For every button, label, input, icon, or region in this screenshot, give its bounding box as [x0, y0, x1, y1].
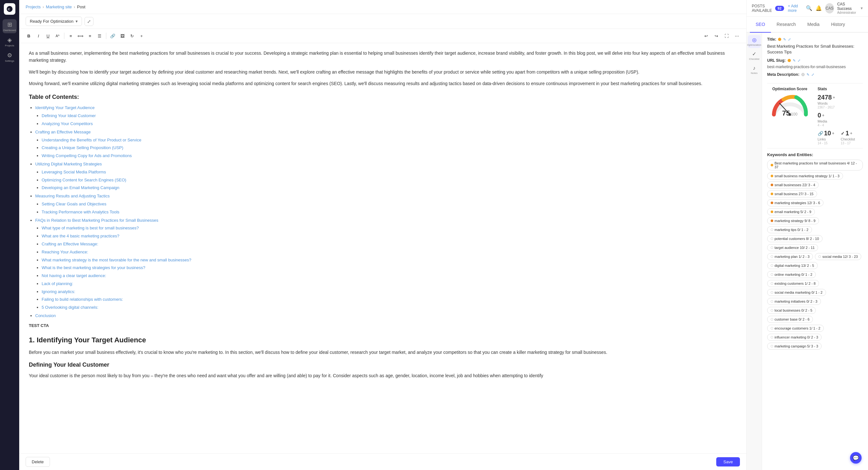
search-icon[interactable]: 🔍 [806, 5, 812, 11]
sidebar-item-projects[interactable]: ◈ Projects [3, 35, 17, 48]
toc-link-5-9[interactable]: Ignoring analytics: [42, 289, 75, 294]
toc-link-5-7[interactable]: Not having a clear target audience: [42, 273, 106, 278]
keyword-tag[interactable]: existing customers 1/ 2 - 8 [767, 280, 819, 287]
keyword-tag[interactable]: marketing strategy 9/ 8 - 9 [767, 217, 819, 224]
delete-button[interactable]: Delete [26, 457, 50, 467]
toc-link-5-11[interactable]: 5 Overlooking digital channels: [42, 305, 98, 310]
keyword-text: potential customers 8/ 2 - 10 [775, 237, 819, 241]
keyword-tag[interactable]: marketing initiatives 0/ 2 - 3 [767, 298, 821, 305]
image-button[interactable]: 🖼 [118, 31, 127, 40]
keyword-tag[interactable]: local businesses 0/ 2 - 5 [767, 307, 816, 314]
keyword-tag[interactable]: potential customers 8/ 2 - 10 [767, 235, 823, 242]
seo-notes-btn[interactable]: ♪ Notes [748, 63, 761, 76]
keyword-tag[interactable]: influencer marketing 0/ 2 - 3 [767, 334, 822, 341]
toc-link-6[interactable]: Conclusion [35, 313, 56, 318]
keyword-tag[interactable]: marketing strategies 12/ 3 - 6 [767, 199, 824, 206]
keyword-tag[interactable]: customer base 0/ 2 - 6 [767, 316, 813, 323]
keyword-tag[interactable]: small business marketing strategy 1/ 1 -… [767, 172, 843, 179]
title-edit-icon[interactable]: ✎ [783, 37, 786, 42]
toc-link-5-6[interactable]: What is the best marketing strategies fo… [42, 265, 145, 270]
breadcrumb-projects[interactable]: Projects [26, 4, 41, 9]
editor-content[interactable]: As a small business owner, implementing … [19, 43, 746, 454]
title-link-icon[interactable]: ⤢ [788, 37, 791, 42]
toc-link-5-5[interactable]: What marketing strategy is the most favo… [42, 258, 191, 262]
toc-link-3-1[interactable]: Leveraging Social Media Platforms [42, 170, 106, 174]
keyword-tag[interactable]: email marketing 5/ 2 - 9 [767, 208, 815, 215]
keyword-tag[interactable]: marketing plan 1/ 2 - 3 [767, 253, 813, 260]
keyword-tag[interactable]: target audience 10/ 2 - 11 [767, 244, 818, 251]
toc-link-2-1[interactable]: Understanding the Benefits of Your Produ… [42, 138, 141, 142]
tab-seo[interactable]: SEO [750, 16, 771, 33]
meta-edit-icon[interactable]: ✎ [807, 73, 809, 77]
checklist-plus: + [850, 131, 852, 136]
keyword-tag[interactable]: marketing tips 0/ 1 - 2 [767, 226, 812, 233]
url-slug-value: best-marketing-practices-for-small-busin… [767, 65, 863, 69]
fullscreen-button[interactable]: ⛶ [722, 31, 731, 40]
align-center-button[interactable]: ⟺ [76, 31, 85, 40]
link-button[interactable]: 🔗 [108, 31, 117, 40]
keyword-dot [771, 229, 773, 231]
keyword-tag[interactable]: small businesses 22/ 3 - 4 [767, 181, 819, 189]
external-link-button[interactable]: ⤢ [85, 17, 93, 26]
keyword-tag[interactable]: social media marketing 0/ 1 - 2 [767, 289, 826, 296]
toc-link-3-3[interactable]: Developing an Email Marketing Campaign [42, 185, 119, 190]
toc-link-3-2[interactable]: Optimizing Content for Search Engines (S… [42, 177, 126, 182]
more-button[interactable]: + [137, 31, 146, 40]
toc-link-4-1[interactable]: Setting Clear Goals and Objectives [42, 202, 106, 206]
toc-link-3[interactable]: Utilizing Digital Marketing Strategies [35, 162, 102, 166]
toc-link-1-2[interactable]: Analyzing Your Competitors [42, 121, 93, 126]
align-right-button[interactable]: ≡ [86, 31, 94, 40]
align-left-button[interactable]: ≡ [66, 31, 75, 40]
keyword-text: customer base 0/ 2 - 6 [775, 317, 809, 321]
chat-bubble[interactable]: 💬 [850, 452, 862, 464]
keyword-tag[interactable]: social media 12/ 3 - 23 [815, 253, 861, 260]
toc-link-2[interactable]: Crafting an Effective Message [35, 130, 91, 134]
toc-link-2-2[interactable]: Creating a Unique Selling Proposition (U… [42, 145, 123, 150]
text-size-button[interactable]: Aᴬ [53, 31, 62, 40]
toc-link-5-4[interactable]: Reaching Your Audience: [42, 249, 88, 254]
rotate-button[interactable]: ↻ [127, 31, 136, 40]
breadcrumb-marketing-site[interactable]: Marketing site [46, 4, 72, 9]
seo-optimization-btn[interactable]: ◎ Optimization [748, 35, 761, 48]
toc-link-4-2[interactable]: Tracking Performance with Analytics Tool… [42, 209, 119, 214]
toc-link-1[interactable]: Identifying Your Target Audience [35, 105, 95, 110]
sidebar-item-settings[interactable]: ⚙ Settings [3, 50, 17, 64]
keyword-text: local businesses 0/ 2 - 5 [775, 308, 812, 312]
keyword-tag[interactable]: encourage customers 1/ 1 - 2 [767, 325, 824, 332]
undo-button[interactable]: ↩ [702, 31, 711, 40]
keyword-tag[interactable]: online marketing 0/ 1 - 2 [767, 271, 816, 278]
url-link-icon[interactable]: ⤢ [798, 59, 801, 63]
toc-link-1-1[interactable]: Defining Your Ideal Customer [42, 113, 96, 118]
keyword-tag[interactable]: digital marketing 13/ 2 - 5 [767, 262, 818, 269]
tab-history[interactable]: History [826, 16, 851, 33]
options-button[interactable]: ⋯ [732, 31, 741, 40]
notes-icon: ♪ [753, 65, 755, 71]
toc-link-4[interactable]: Measuring Results and Adjusting Tactics [35, 194, 110, 198]
url-edit-icon[interactable]: ✎ [793, 59, 796, 63]
save-button[interactable]: Save [716, 457, 740, 467]
redo-button[interactable]: ↪ [712, 31, 721, 40]
seo-checklist-btn[interactable]: ✓ Checklist [748, 49, 761, 62]
toc-link-5-2[interactable]: What are the 4 basic marketing practices… [42, 234, 119, 238]
keyword-tag[interactable]: small business 27/ 3 - 15 [767, 190, 817, 197]
sidebar-item-dashboard[interactable]: ⊞ Dashboard [3, 19, 17, 33]
toc-link-5-3[interactable]: Crafting an Effective Message: [42, 241, 98, 246]
user-chevron-icon[interactable]: ▾ [861, 6, 863, 10]
notification-icon[interactable]: 🔔 [815, 5, 822, 11]
align-justify-button[interactable]: ☰ [95, 31, 104, 40]
toc-link-5-8[interactable]: Lack of planning: [42, 281, 73, 286]
keyword-tag[interactable]: Best marketing practices for small busin… [767, 160, 863, 171]
meta-link-icon[interactable]: ⤢ [811, 73, 814, 77]
tab-research[interactable]: Research [771, 16, 802, 33]
tab-media[interactable]: Media [802, 16, 826, 33]
bold-button[interactable]: B [24, 31, 33, 40]
toc-link-5-1[interactable]: What type of marketing is best for small… [42, 226, 138, 230]
underline-button[interactable]: U [43, 31, 53, 40]
toc-link-2-3[interactable]: Writing Compelling Copy for Ads and Prom… [42, 153, 132, 158]
italic-button[interactable]: I [34, 31, 43, 40]
toc-link-5[interactable]: FAQs in Relation to Best Marketing Pract… [35, 218, 158, 223]
toc-link-5-10[interactable]: Failing to build relationships with cust… [42, 297, 123, 302]
status-dropdown[interactable]: Ready For Optimization ▾ [26, 16, 82, 26]
keyword-tag[interactable]: marketing campaign 5/ 3 - 3 [767, 343, 822, 350]
add-more-link[interactable]: + Add more [788, 4, 802, 13]
